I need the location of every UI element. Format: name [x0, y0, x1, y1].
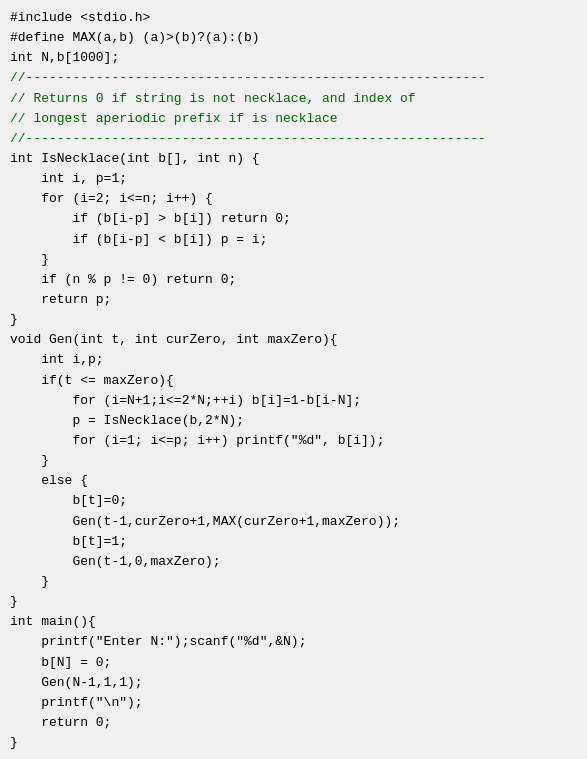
code-line-32: } — [10, 592, 577, 612]
code-line-5: // Returns 0 if string is not necklace, … — [10, 89, 577, 109]
code-line-38: printf("\n"); — [10, 693, 577, 713]
code-line-0: #include <stdio.h> — [10, 8, 577, 28]
code-line-8: int IsNecklace(int b[], int n) { — [10, 149, 577, 169]
code-line-19: void Gen(int t, int curZero, int maxZero… — [10, 330, 577, 350]
code-line-27: b[t]=0; — [10, 491, 577, 511]
code-line-31: } — [10, 572, 577, 592]
code-line-20: int i,p; — [10, 350, 577, 370]
code-line-34: int main(){ — [10, 612, 577, 632]
code-line-4: //--------------------------------------… — [10, 68, 577, 88]
code-container: #include <stdio.h>#define MAX(a,b) (a)>(… — [0, 0, 587, 759]
code-line-12: if (b[i-p] > b[i]) return 0; — [10, 209, 577, 229]
code-line-2: int N,b[1000]; — [10, 48, 577, 68]
code-line-13: if (b[i-p] < b[i]) p = i; — [10, 230, 577, 250]
code-line-16: return p; — [10, 290, 577, 310]
code-line-22: for (i=N+1;i<=2*N;++i) b[i]=1-b[i-N]; — [10, 391, 577, 411]
code-line-29: b[t]=1; — [10, 532, 577, 552]
code-line-25: } — [10, 451, 577, 471]
code-line-24: for (i=1; i<=p; i++) printf("%d", b[i]); — [10, 431, 577, 451]
code-line-7: //--------------------------------------… — [10, 129, 577, 149]
code-line-15: if (n % p != 0) return 0; — [10, 270, 577, 290]
code-line-23: p = IsNecklace(b,2*N); — [10, 411, 577, 431]
code-line-6: // longest aperiodic prefix if is neckla… — [10, 109, 577, 129]
code-line-11: for (i=2; i<=n; i++) { — [10, 189, 577, 209]
code-line-21: if(t <= maxZero){ — [10, 371, 577, 391]
code-line-30: Gen(t-1,0,maxZero); — [10, 552, 577, 572]
code-line-9: int i, p=1; — [10, 169, 577, 189]
code-line-37: Gen(N-1,1,1); — [10, 673, 577, 693]
code-line-1: #define MAX(a,b) (a)>(b)?(a):(b) — [10, 28, 577, 48]
code-line-17: } — [10, 310, 577, 330]
code-line-28: Gen(t-1,curZero+1,MAX(curZero+1,maxZero)… — [10, 512, 577, 532]
code-line-39: return 0; — [10, 713, 577, 733]
code-line-26: else { — [10, 471, 577, 491]
code-line-35: printf("Enter N:");scanf("%d",&N); — [10, 632, 577, 652]
code-line-40: } — [10, 733, 577, 753]
code-line-14: } — [10, 250, 577, 270]
code-line-36: b[N] = 0; — [10, 653, 577, 673]
